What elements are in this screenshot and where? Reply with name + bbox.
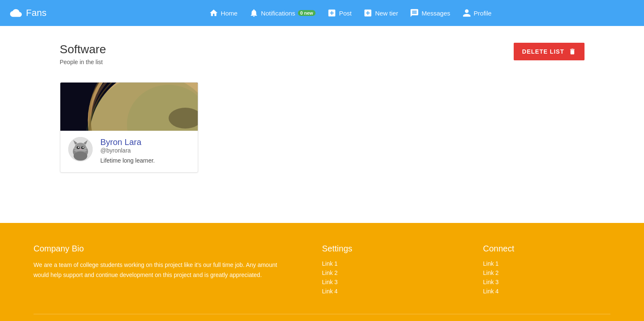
footer-company-bio-section: Company Bio We are a team of college stu…	[34, 244, 289, 297]
bell-icon	[249, 8, 259, 18]
nav-profile[interactable]: Profile	[462, 8, 492, 18]
nav-links: Home Notifications 0 new Post New tier M…	[67, 8, 634, 18]
footer-connect-link-3[interactable]: Link 3	[483, 279, 610, 285]
profile-name: Byron Lara	[101, 137, 155, 147]
profile-icon	[462, 8, 471, 18]
svg-point-18	[78, 147, 79, 148]
profile-banner	[60, 83, 198, 131]
cloud-icon	[10, 7, 22, 19]
footer-company-bio-text: We are a team of college students workin…	[34, 260, 289, 280]
svg-point-19	[82, 147, 83, 148]
profile-card[interactable]: Byron Lara @byronlara Lifetime long lear…	[60, 82, 198, 173]
footer-bottom: Made by Materialize	[34, 314, 610, 321]
avatar-image	[68, 137, 93, 162]
home-icon	[209, 8, 218, 18]
page-title: Software	[60, 43, 106, 56]
svg-point-25	[73, 151, 87, 160]
page-header: Software People in the list	[60, 43, 106, 75]
footer-settings-link-3[interactable]: Link 3	[322, 279, 450, 285]
footer-company-bio-heading: Company Bio	[34, 244, 289, 254]
delete-list-button[interactable]: DELETE LIST	[514, 43, 584, 60]
footer-grid: Company Bio We are a team of college stu…	[34, 244, 610, 297]
main-content: Software People in the list DELETE LIST	[50, 26, 595, 189]
post-icon	[327, 8, 336, 18]
trash-icon	[569, 48, 576, 55]
messages-icon	[410, 8, 419, 18]
navbar: Fans Home Notifications 0 new Post New t…	[0, 0, 644, 26]
profile-handle: @byronlara	[101, 147, 155, 154]
nav-new-tier[interactable]: New tier	[363, 8, 398, 18]
footer-settings-section: Settings Link 1 Link 2 Link 3 Link 4	[322, 244, 450, 297]
nav-home[interactable]: Home	[209, 8, 238, 18]
footer-settings-link-1[interactable]: Link 1	[322, 260, 450, 267]
profile-info: Byron Lara @byronlara Lifetime long lear…	[101, 136, 155, 164]
footer-settings-link-2[interactable]: Link 2	[322, 269, 450, 276]
nav-messages[interactable]: Messages	[410, 8, 450, 18]
footer-settings-link-4[interactable]: Link 4	[322, 288, 450, 295]
brand[interactable]: Fans	[10, 7, 47, 19]
notification-badge: 0 new	[298, 10, 316, 16]
footer-connect-section: Connect Link 1 Link 2 Link 3 Link 4	[483, 244, 610, 297]
footer: Company Bio We are a team of college stu…	[0, 223, 644, 321]
nav-post[interactable]: Post	[327, 8, 352, 18]
profile-bio: Lifetime long learner.	[101, 157, 155, 164]
avatar	[67, 136, 94, 163]
footer-settings-heading: Settings	[322, 244, 450, 254]
footer-connect-link-4[interactable]: Link 4	[483, 288, 610, 295]
banner-planet-svg	[60, 83, 198, 131]
footer-connect-heading: Connect	[483, 244, 610, 254]
nav-notifications[interactable]: Notifications 0 new	[249, 8, 316, 18]
page-subtitle: People in the list	[60, 59, 106, 65]
top-bar: Software People in the list DELETE LIST	[60, 43, 585, 75]
new-tier-icon	[363, 8, 372, 18]
profile-card-body: Byron Lara @byronlara Lifetime long lear…	[60, 131, 198, 172]
footer-connect-link-1[interactable]: Link 1	[483, 260, 610, 267]
svg-rect-10	[60, 83, 198, 130]
footer-connect-link-2[interactable]: Link 2	[483, 269, 610, 276]
